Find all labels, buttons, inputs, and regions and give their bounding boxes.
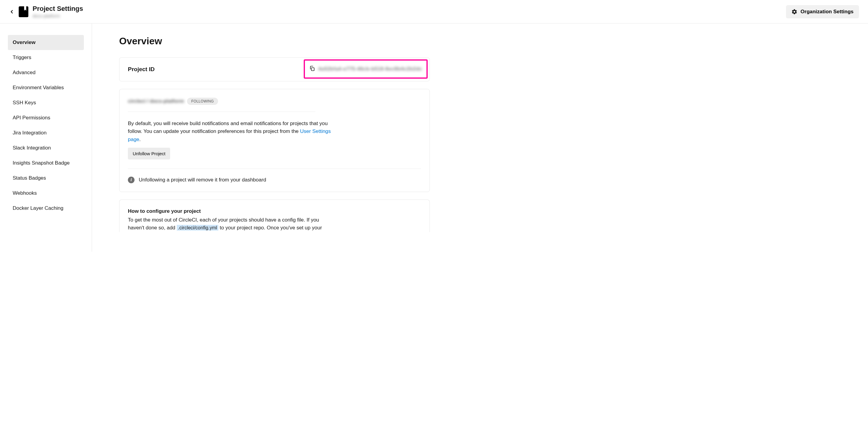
back-button[interactable] <box>9 9 14 14</box>
sidebar-item-status-badges[interactable]: Status Badges <box>8 171 84 186</box>
page-title: Project Settings <box>33 5 83 13</box>
sidebar-item-webhooks[interactable]: Webhooks <box>8 186 84 201</box>
config-file-path: .circleci/config.yml <box>177 225 218 231</box>
sidebar-item-slack-integration[interactable]: Slack Integration <box>8 140 84 156</box>
sidebar-item-environment-variables[interactable]: Environment Variables <box>8 80 84 95</box>
organization-settings-label: Organization Settings <box>801 9 854 15</box>
info-text: Unfollowing a project will remove it fro… <box>139 177 266 183</box>
sidebar-item-overview[interactable]: Overview <box>8 35 84 50</box>
organization-settings-button[interactable]: Organization Settings <box>786 5 859 19</box>
configure-card: How to configure your project To get the… <box>119 200 430 232</box>
sidebar-item-advanced[interactable]: Advanced <box>8 65 84 80</box>
sidebar-item-ssh-keys[interactable]: SSH Keys <box>8 95 84 110</box>
gear-icon <box>792 9 798 15</box>
header-titles: Project Settings docs-platform <box>33 5 83 19</box>
project-id-highlight: 4a52bfa4-e775-46cb-b518-8ec8b4c2b2dc <box>304 59 428 79</box>
project-id-card: Project ID 4a52bfa4-e775-46cb-b518-8ec8b… <box>119 57 430 81</box>
notification-text: By default, you will receive build notif… <box>128 120 339 143</box>
project-name: docs-platform <box>33 13 83 19</box>
sidebar: Overview Triggers Advanced Environment V… <box>0 24 92 252</box>
following-badge: FOLLOWING <box>187 98 218 105</box>
main-content: Overview Project ID 4a52bfa4-e775-46cb-b… <box>92 24 448 252</box>
project-id-label: Project ID <box>128 66 155 73</box>
info-row: i Unfollowing a project will remove it f… <box>128 168 421 183</box>
svg-rect-0 <box>312 68 314 71</box>
configure-text: To get the most out of CircleCI, each of… <box>128 216 327 232</box>
main-heading: Overview <box>119 36 430 47</box>
sidebar-item-insights-snapshot-badge[interactable]: Insights Snapshot Badge <box>8 156 84 171</box>
project-path: circleci / docs-platform <box>128 98 184 104</box>
header: Project Settings docs-platform Organizat… <box>0 0 868 24</box>
project-path-row: circleci / docs-platform FOLLOWING <box>128 98 315 112</box>
configure-title: How to configure your project <box>128 208 421 214</box>
project-icon <box>19 6 28 17</box>
copy-icon[interactable] <box>309 65 315 73</box>
follow-card: circleci / docs-platform FOLLOWING By de… <box>119 89 430 192</box>
info-icon: i <box>128 176 134 183</box>
unfollow-project-button[interactable]: Unfollow Project <box>128 148 170 159</box>
sidebar-item-docker-layer-caching[interactable]: Docker Layer Caching <box>8 201 84 216</box>
project-id-value: 4a52bfa4-e775-46cb-b518-8ec8b4c2b2dc <box>318 66 422 72</box>
sidebar-item-jira-integration[interactable]: Jira Integration <box>8 125 84 140</box>
sidebar-item-api-permissions[interactable]: API Permissions <box>8 110 84 125</box>
header-left: Project Settings docs-platform <box>9 5 83 19</box>
sidebar-item-triggers[interactable]: Triggers <box>8 50 84 65</box>
